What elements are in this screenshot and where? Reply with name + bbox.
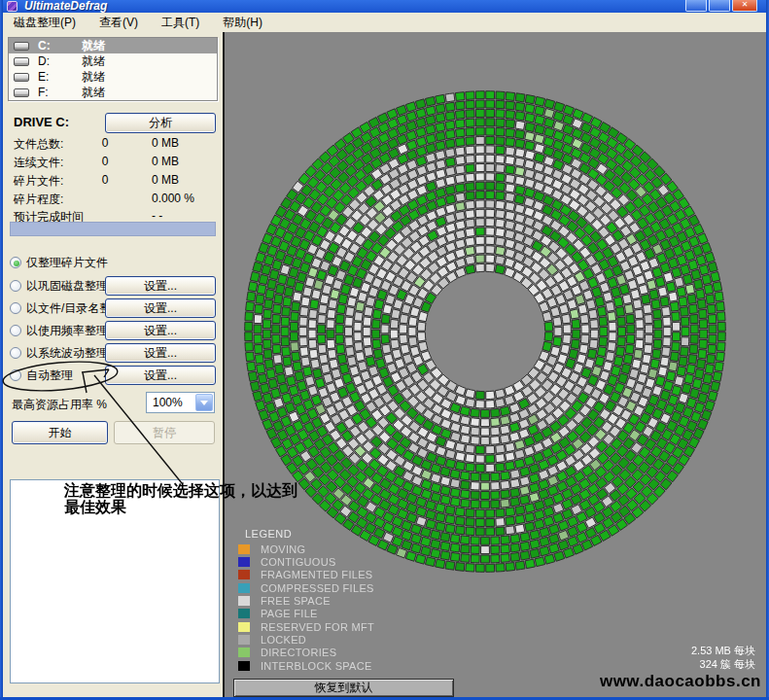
legend-label: INTERBLOCK SPACE — [261, 660, 372, 672]
radio-control[interactable] — [10, 325, 21, 336]
drive-row[interactable]: D: 就绪 — [9, 53, 217, 69]
drive-row[interactable]: F: 就绪 — [9, 85, 217, 100]
menu-item-defrag[interactable]: 磁盘整理(P) — [9, 13, 81, 33]
radio-control[interactable] — [10, 280, 21, 292]
drive-name: E: — [38, 70, 49, 84]
drive-status: 就绪 — [82, 38, 105, 54]
analyze-button[interactable]: 分析 — [105, 113, 216, 133]
legend-swatch — [238, 648, 250, 657]
maximize-button[interactable] — [709, 0, 730, 12]
drive-icon — [14, 88, 29, 97]
legend-swatch — [238, 661, 250, 671]
stat-size: 0 MB — [152, 173, 179, 187]
resource-usage-value: 100% — [153, 396, 183, 409]
drive-name: C: — [38, 39, 51, 52]
window-frame — [0, 0, 3, 700]
option-label: 自动整理 — [26, 368, 73, 384]
legend-swatch — [238, 557, 250, 567]
menu-item-tools[interactable]: 工具(T) — [157, 13, 204, 33]
legend-label: RESERVED FOR MFT — [261, 621, 374, 633]
pause-button[interactable]: 暂停 — [114, 421, 215, 444]
window-title: UltimateDefrag — [24, 0, 107, 13]
settings-button[interactable]: 设置... — [105, 343, 216, 363]
legend-label: DIRECTORIES — [261, 647, 336, 658]
option-label: 仅整理碎片文件 — [26, 255, 108, 271]
stat-size: - - — [152, 209, 162, 223]
drive-list: C: 就绪 D: 就绪 E: 就绪 F: 就绪 — [8, 37, 218, 101]
drive-row[interactable]: C: 就绪 — [9, 38, 217, 53]
restore-defaults-button[interactable]: 恢复到默认 — [233, 679, 454, 697]
stat-size: 0.000 % — [152, 192, 194, 205]
stat-row: 碎片程度: 0.000 % — [14, 192, 216, 207]
stat-row: 文件总数: 0 0 MB — [14, 136, 216, 152]
drive-status: 就绪 — [82, 53, 105, 70]
option-row: 以系统波动整理 — [10, 345, 108, 361]
watermark-text: www.daocaobbs.cn — [600, 672, 761, 691]
legend-label: FREE SPACE — [261, 595, 331, 607]
block-size-text: 2.53 MB 每块 — [691, 644, 755, 657]
app-icon — [7, 1, 17, 12]
stat-row: 碎片文件: 0 0 MB — [14, 173, 216, 189]
radio-control[interactable] — [10, 257, 21, 268]
option-label: 以系统波动整理 — [26, 345, 108, 362]
legend-label: COMPRESSED FILES — [261, 582, 374, 594]
legend-swatch — [238, 570, 250, 579]
option-row: 以使用频率整理 — [10, 323, 108, 338]
option-label: 以巩固磁盘整理 — [26, 278, 108, 295]
settings-button[interactable]: 设置... — [105, 321, 216, 340]
settings-button[interactable]: 设置... — [105, 366, 216, 385]
stat-count: 0 — [87, 136, 122, 150]
drive-row[interactable]: E: 就绪 — [9, 69, 217, 85]
legend-title: LEGEND — [245, 528, 433, 540]
radio-control[interactable] — [10, 347, 21, 359]
progress-bar — [10, 222, 216, 236]
chevron-down-icon[interactable] — [195, 394, 213, 411]
drive-name: D: — [38, 54, 50, 68]
drive-icon — [14, 57, 29, 66]
stat-label: 碎片文件: — [14, 174, 63, 188]
resource-usage-select[interactable]: 100% — [146, 392, 215, 413]
option-row: 自动整理 — [10, 368, 73, 383]
drive-icon — [14, 73, 29, 82]
drive-name: F: — [38, 86, 49, 99]
legend: LEGEND MOVING CONTIGUOUS FRAGMENTED FILE… — [238, 528, 433, 672]
minimize-button[interactable] — [685, 0, 707, 12]
menu-item-help[interactable]: 帮助(H) — [218, 13, 267, 33]
legend-label: MOVING — [261, 543, 305, 555]
menu-item-view[interactable]: 查看(V) — [94, 13, 143, 33]
legend-swatch — [238, 583, 250, 593]
stat-row: 连续文件: 0 0 MB — [14, 155, 216, 170]
legend-swatch — [238, 596, 250, 606]
stat-count: 0 — [87, 155, 122, 168]
legend-swatch — [238, 635, 250, 645]
stat-size: 0 MB — [152, 136, 179, 150]
resource-usage-label: 最高资源占用率 % — [12, 397, 107, 413]
legend-label: PAGE FILE — [261, 608, 318, 619]
stat-label: 碎片程度: — [14, 192, 63, 206]
stat-count: 0 — [87, 173, 122, 187]
legend-swatch — [238, 622, 250, 632]
settings-button[interactable]: 设置... — [105, 298, 216, 318]
legend-label: FRAGMENTED FILES — [261, 569, 372, 580]
start-button[interactable]: 开始 — [12, 421, 108, 444]
settings-button[interactable]: 设置... — [105, 276, 216, 296]
drive-header: DRIVE C: — [14, 115, 69, 129]
drive-icon — [14, 42, 29, 51]
title-bar[interactable]: UltimateDefrag — [0, 0, 769, 13]
drive-status: 就绪 — [82, 85, 105, 101]
radio-control[interactable] — [10, 302, 21, 314]
option-row: 以巩固磁盘整理 — [10, 278, 108, 294]
legend-label: CONTIGUOUS — [261, 556, 336, 568]
radio-control[interactable] — [10, 369, 21, 381]
stat-label: 文件总数: — [14, 137, 63, 151]
application-window: UltimateDefrag ✕ 磁盘整理(P) 查看(V) 工具(T) 帮助(… — [0, 0, 769, 700]
cluster-size-text: 324 簇 每块 — [691, 657, 755, 671]
drive-status: 就绪 — [82, 69, 105, 86]
close-button[interactable]: ✕ — [732, 0, 757, 12]
annotation-line1: 注意整理的时候选择这项，以达到 — [64, 482, 356, 499]
legend-swatch — [238, 544, 250, 554]
annotation-line2: 最佳效果 — [64, 499, 356, 515]
option-label: 以使用频率整理 — [26, 323, 108, 339]
option-row: 仅整理碎片文件 — [10, 255, 108, 270]
legend-swatch — [238, 609, 250, 618]
